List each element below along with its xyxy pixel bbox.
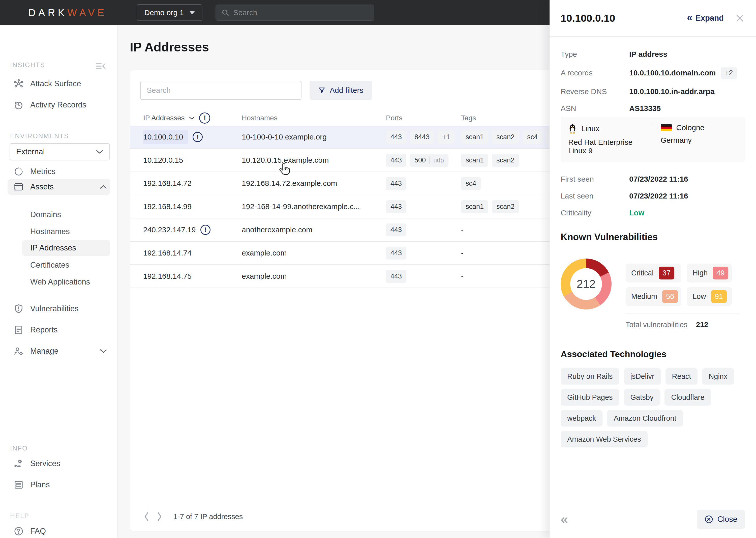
port-badge[interactable]: 443	[386, 131, 406, 143]
column-hostnames[interactable]: Hostnames	[242, 114, 386, 122]
global-search-input[interactable]	[233, 8, 368, 17]
column-tags[interactable]: Tags	[461, 114, 558, 122]
total-value: 212	[696, 321, 708, 329]
column-ports[interactable]: Ports	[386, 114, 461, 122]
field-criticality: Criticality Low	[561, 209, 745, 217]
technology-chip[interactable]: Cloudflare	[665, 389, 711, 405]
technology-chip[interactable]: Ruby on Rails	[561, 368, 619, 385]
port-badge[interactable]: 500udp	[410, 154, 449, 167]
brand-wave: WAVE	[67, 7, 107, 18]
caret-down-icon	[189, 11, 195, 14]
panel-close-icon[interactable]	[735, 13, 745, 23]
alert-icon[interactable]: !	[200, 225, 211, 235]
sidebar-item-services[interactable]: Services	[0, 456, 118, 472]
sidebar-item-domains[interactable]: Domains	[0, 207, 118, 223]
environment-select[interactable]: External	[10, 143, 110, 160]
field-label: Criticality	[561, 209, 629, 217]
port-badge[interactable]: 443	[386, 247, 406, 259]
port-badge[interactable]: 443	[386, 200, 406, 213]
table-search-input[interactable]	[147, 86, 295, 95]
sidebar-collapse-button[interactable]	[95, 61, 107, 72]
sidebar-item-web-applications[interactable]: Web Applications	[0, 274, 118, 290]
technology-chips: Ruby on RailsjsDelivrReactNginxGitHub Pa…	[561, 368, 745, 448]
sidebar-item-reports[interactable]: Reports	[0, 322, 118, 338]
sidebar-item-ip-addresses[interactable]: IP Addresses	[0, 240, 118, 256]
technology-chip[interactable]: Gatsby	[624, 389, 660, 405]
port-badge[interactable]: 443	[386, 270, 406, 283]
sidebar-item-assets[interactable]: Assets	[0, 179, 118, 195]
technology-chip[interactable]: GitHub Pages	[561, 389, 619, 405]
ports-cell: 443	[386, 247, 461, 259]
org-selector[interactable]: Demo org 1	[137, 4, 203, 21]
brand-logo[interactable]: DARKWAVE	[28, 7, 107, 19]
table-row[interactable]: 192.168.14.99192-168-14-99.anotherexampl…	[130, 195, 558, 218]
tag-badge[interactable]: sc4	[523, 131, 542, 143]
sidebar-item-metrics[interactable]: Metrics	[0, 163, 118, 180]
severity-chip-high[interactable]: High49	[687, 264, 732, 283]
report-icon	[13, 324, 24, 336]
ip-value[interactable]: 240.232.147.19	[143, 226, 196, 234]
alert-icon[interactable]: !	[193, 132, 203, 142]
severity-label: High	[692, 269, 708, 277]
sidebar-item-attack-surface[interactable]: Attack Surface	[0, 76, 118, 92]
severity-chip-low[interactable]: Low91	[687, 287, 732, 306]
tag-badge[interactable]: sc4	[461, 177, 481, 190]
table-row[interactable]: 192.168.14.72192.168.14.72.example.com44…	[130, 172, 558, 195]
sidebar-item-plans[interactable]: Plans	[0, 477, 118, 493]
table-row[interactable]: 240.232.147.19!anotherexample.com443-	[130, 218, 558, 242]
port-badge[interactable]: 443	[386, 154, 406, 167]
severity-chip-critical[interactable]: Critical37	[626, 264, 682, 283]
expand-button[interactable]: « Expand	[687, 14, 724, 23]
sidebar-item-hostnames[interactable]: Hostnames	[0, 224, 118, 240]
ip-value[interactable]: 192.168.14.99	[143, 202, 192, 211]
sidebar-item-vulnerabilities[interactable]: Vulnerabilities	[0, 301, 118, 317]
port-badge[interactable]: 443	[386, 177, 406, 190]
close-button[interactable]: Close	[697, 510, 745, 529]
ip-value[interactable]: 192.168.14.75	[143, 272, 192, 281]
panel-title: 10.100.0.10	[561, 12, 687, 24]
column-ip-addresses[interactable]: IP Addresses !	[143, 113, 242, 124]
field-label: ASN	[561, 104, 629, 113]
sidebar-item-activity-records[interactable]: Activity Records	[0, 97, 118, 113]
tag-badge[interactable]: scan2	[492, 200, 519, 213]
ports-cell: 443500udp	[386, 154, 461, 167]
technology-chip[interactable]: React	[666, 368, 698, 385]
table-row[interactable]: 192.168.14.74example.com443-	[130, 242, 558, 265]
technology-chip[interactable]: Amazon Web Services	[561, 431, 648, 448]
ip-value[interactable]: 10.120.0.15	[143, 156, 183, 164]
ip-value[interactable]: 192.168.14.72	[143, 179, 192, 188]
tag-badge[interactable]: scan1	[461, 200, 488, 213]
technology-chip[interactable]: Amazon Cloudfront	[607, 410, 683, 426]
sort-chevron-icon[interactable]	[189, 116, 195, 120]
tag-badge[interactable]: scan2	[492, 131, 519, 143]
tag-badge[interactable]: scan1	[461, 154, 488, 167]
table-row[interactable]: 10.120.0.1510.120.0.15.example.com443500…	[130, 149, 558, 172]
technology-chip[interactable]: webpack	[561, 410, 602, 426]
table-row[interactable]: 10.100.0.10!10-100-0-10.example.org44384…	[130, 126, 558, 149]
sidebar-item-manage[interactable]: Manage	[0, 343, 118, 359]
ip-value[interactable]: 192.168.14.74	[143, 249, 192, 257]
add-filters-button[interactable]: Add filters	[309, 81, 372, 100]
sidebar-item-certificates[interactable]: Certificates	[0, 257, 118, 273]
port-badge[interactable]: +1	[438, 131, 454, 143]
sidebar-item-faq[interactable]: FAQ	[0, 523, 118, 538]
technology-chip[interactable]: jsDelivr	[624, 368, 661, 385]
port-badge[interactable]: 8443	[410, 131, 434, 143]
collapse-panel-icon[interactable]: «	[561, 515, 568, 523]
port-badge[interactable]: 443	[386, 224, 406, 236]
field-asn: ASN AS13335	[561, 104, 745, 113]
prev-page-button[interactable]	[143, 511, 150, 522]
severity-chip-medium[interactable]: Medium56	[626, 287, 682, 306]
technology-chip[interactable]: Nginx	[702, 368, 734, 385]
next-page-button[interactable]	[156, 511, 163, 522]
field-value: AS13335	[629, 104, 661, 113]
column-alert-icon[interactable]: !	[199, 113, 210, 124]
brand-dark: DARK	[28, 7, 67, 18]
severity-chips: Critical37High49Medium56Low91	[626, 264, 745, 306]
table-row[interactable]: 192.168.14.75example.com443-	[130, 265, 558, 288]
tag-badge[interactable]: scan2	[492, 154, 519, 167]
tag-badge[interactable]: scan1	[461, 131, 488, 143]
no-tags-dash: -	[461, 249, 464, 257]
more-records-badge[interactable]: +2	[721, 67, 737, 79]
ip-value[interactable]: 10.100.0.10	[143, 130, 188, 144]
